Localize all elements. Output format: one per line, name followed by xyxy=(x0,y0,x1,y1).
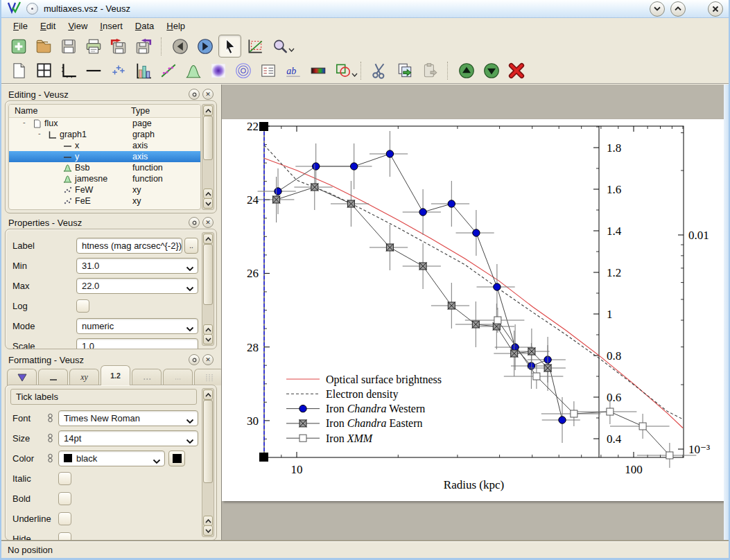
tree-row-jamesne[interactable]: jamesnefunction xyxy=(9,173,200,184)
plot-page[interactable]: 10100Radius (kpc)2224262830Optical surfa… xyxy=(222,119,724,501)
dropdown-caret-icon[interactable] xyxy=(351,69,358,79)
formatting-panel-titlebar[interactable]: Formatting - Veusz ✕ xyxy=(5,353,217,366)
edit-label-button[interactable]: .. xyxy=(184,238,198,254)
print-document-button[interactable] xyxy=(82,35,105,58)
scroll-down-icon[interactable] xyxy=(203,525,213,536)
pick-color-button[interactable] xyxy=(168,450,185,466)
scrollbar[interactable] xyxy=(202,104,214,210)
underline-checkbox[interactable] xyxy=(58,512,71,525)
scrollbar[interactable] xyxy=(202,232,214,346)
scroll-up-icon[interactable] xyxy=(203,234,213,244)
add-image-button[interactable] xyxy=(207,60,229,82)
tab-axis-line[interactable] xyxy=(38,369,68,385)
log-checkbox[interactable] xyxy=(76,299,89,313)
save-document-button[interactable] xyxy=(57,35,80,58)
move-down-button[interactable] xyxy=(480,60,503,82)
menu-help[interactable]: Help xyxy=(160,19,191,33)
export-graphics-button[interactable] xyxy=(107,35,130,58)
close-panel-icon[interactable]: ✕ xyxy=(202,354,214,365)
maximize-button[interactable] xyxy=(670,1,686,17)
tree-row-graph1[interactable]: -graph1graph xyxy=(9,129,200,140)
scrollbar-thumb[interactable] xyxy=(203,400,213,483)
add-bar-button[interactable] xyxy=(132,60,155,82)
select-items-button[interactable] xyxy=(218,35,241,58)
capture-data-button[interactable] xyxy=(132,35,155,58)
y-axis-brightness[interactable]: 2224262830Optical surface brightness (ma… xyxy=(222,120,270,439)
move-up-button[interactable] xyxy=(455,60,478,82)
menu-edit[interactable]: Edit xyxy=(34,19,62,33)
scroll-up-icon[interactable] xyxy=(203,390,213,400)
scrollbar[interactable] xyxy=(202,388,214,537)
tab-minor-ticks[interactable] xyxy=(163,369,193,385)
scale-field[interactable]: 1.0 xyxy=(76,338,198,350)
legend[interactable]: Optical surface brightnessElectron densi… xyxy=(286,374,442,444)
previous-page-button[interactable] xyxy=(168,35,191,58)
scroll-up-icon[interactable] xyxy=(203,189,213,199)
y-axis-density[interactable]: 0.0110⁻³Electron density (cm⁻³) xyxy=(678,119,724,456)
scrollbar-thumb[interactable] xyxy=(203,116,213,160)
cut-button[interactable] xyxy=(368,60,391,82)
label-field[interactable]: htness (mag arcsec^{-2}) xyxy=(76,238,182,254)
tree-row-x[interactable]: xaxis xyxy=(9,140,200,151)
expander-icon[interactable]: - xyxy=(23,118,26,126)
add-fit-button[interactable] xyxy=(157,60,180,82)
scrollbar-thumb[interactable] xyxy=(203,244,213,305)
font-combobox[interactable]: Times New Roman xyxy=(58,410,198,426)
max-combobox[interactable]: 22.0 xyxy=(76,278,198,294)
tree-row-FeW[interactable]: FeWxy xyxy=(9,184,200,195)
minimize-button[interactable] xyxy=(650,1,665,17)
tree-row-FeE[interactable]: FeExy xyxy=(9,195,200,207)
scroll-down-icon[interactable] xyxy=(203,198,213,209)
system-menu-button[interactable] xyxy=(26,3,38,15)
dropdown-caret-icon[interactable] xyxy=(288,44,295,54)
scroll-up-icon[interactable] xyxy=(203,105,213,116)
next-page-button[interactable] xyxy=(193,35,216,58)
zoom-menu-button[interactable] xyxy=(268,35,291,58)
zoom-graph-button[interactable] xyxy=(243,35,266,58)
tree-row-Bsb[interactable]: Bsbfunction xyxy=(9,162,200,173)
add-graph-button[interactable] xyxy=(57,60,80,82)
editing-panel-titlebar[interactable]: Editing - Veusz ✕ xyxy=(5,88,217,100)
add-xy-button[interactable] xyxy=(107,60,130,82)
add-label-button[interactable]: ab xyxy=(281,60,304,82)
close-panel-icon[interactable]: ✕ xyxy=(202,89,214,100)
add-colorbar-button[interactable] xyxy=(306,60,329,82)
add-grid-button[interactable] xyxy=(32,60,55,82)
expander-icon[interactable]: - xyxy=(38,129,41,137)
menu-insert[interactable]: Insert xyxy=(94,19,129,33)
menu-data[interactable]: Data xyxy=(129,19,160,33)
scroll-up-icon[interactable] xyxy=(203,324,213,335)
min-combobox[interactable]: 31.0 xyxy=(76,258,198,274)
paste-button[interactable] xyxy=(418,60,441,82)
new-document-button[interactable] xyxy=(7,35,30,58)
delete-button[interactable] xyxy=(505,60,528,82)
add-contour-button[interactable] xyxy=(232,60,254,82)
copy-button[interactable] xyxy=(393,60,416,82)
title-bar[interactable]: multiaxes.vsz - Veusz xyxy=(1,0,729,18)
tree-row-y[interactable]: yaxis xyxy=(9,151,200,162)
scroll-up-icon[interactable] xyxy=(203,516,213,526)
open-document-button[interactable] xyxy=(32,35,55,58)
italic-checkbox[interactable] xyxy=(58,472,71,485)
y-axis-metallicity[interactable]: 0.40.60.811.21.41.61.8Iron metallicity (… xyxy=(593,119,724,457)
tab-axis-label[interactable]: xy xyxy=(69,369,99,385)
color-combobox[interactable]: black xyxy=(58,450,165,466)
float-panel-icon[interactable] xyxy=(189,354,200,365)
add-function-button[interactable] xyxy=(182,60,205,82)
widget-tree[interactable]: Name Type -fluxpage-graph1graphxaxisyaxi… xyxy=(8,104,201,210)
tab-grid-lines[interactable] xyxy=(194,369,224,385)
menu-file[interactable]: File xyxy=(7,19,34,33)
hide-checkbox[interactable] xyxy=(58,532,71,541)
float-panel-icon[interactable] xyxy=(189,89,200,100)
mode-combobox[interactable]: numeric xyxy=(76,318,198,334)
tab-tick-labels[interactable]: 1.2 xyxy=(101,365,130,385)
close-panel-icon[interactable]: ✕ xyxy=(202,217,214,228)
plot-view[interactable]: 10100Radius (kpc)2224262830Optical surfa… xyxy=(221,85,729,542)
size-combobox[interactable]: 14pt xyxy=(58,430,198,446)
scroll-down-icon[interactable] xyxy=(203,334,213,344)
tree-row-flux[interactable]: -fluxpage xyxy=(9,118,200,129)
close-button[interactable] xyxy=(708,1,723,17)
add-axis-button[interactable] xyxy=(82,60,105,82)
add-page-button[interactable] xyxy=(7,60,30,82)
bold-checkbox[interactable] xyxy=(58,492,71,505)
